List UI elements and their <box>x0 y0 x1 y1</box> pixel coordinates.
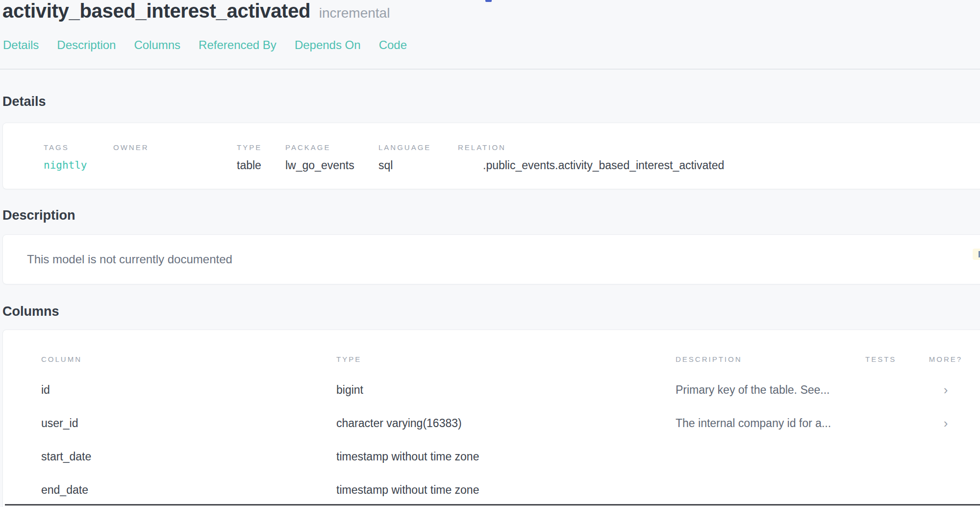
column-header-description: DESCRIPTION <box>676 355 742 364</box>
description-card: This model is not currently documented <box>2 234 980 284</box>
detail-field-tags: TAGS nightly <box>44 144 113 189</box>
cell-column-type: character varying(16383) <box>336 416 462 431</box>
tab-referenced-by[interactable]: Referenced By <box>199 38 276 52</box>
detail-field-relation: RELATION .public_events.activity_based_i… <box>458 144 980 189</box>
materialization-badge: incremental <box>319 5 390 21</box>
column-header-type: TYPE <box>336 355 361 364</box>
detail-field-language: LANGUAGE sql <box>378 144 458 189</box>
detail-value-type: table <box>237 158 285 172</box>
detail-label-type: TYPE <box>237 144 285 152</box>
cell-column-type: timestamp without time zone <box>336 449 479 464</box>
detail-value-relation: .public_events.activity_based_interest_a… <box>458 158 980 172</box>
column-header-more: MORE? <box>927 355 965 364</box>
column-header-tests: TESTS <box>865 355 896 364</box>
page-title: activity_based_interest_activated <box>2 0 310 22</box>
viewport-bottom-edge <box>5 504 980 506</box>
column-header-column: COLUMN <box>41 355 82 364</box>
expand-row-chevron-icon[interactable]: › <box>927 416 965 431</box>
detail-field-package: PACKAGE lw_go_events <box>285 144 378 189</box>
tab-bar: Details Description Columns Referenced B… <box>3 38 407 52</box>
tab-bar-divider <box>0 69 980 70</box>
expand-row-chevron-icon[interactable]: › <box>927 382 965 397</box>
cell-column-description: The internal company id for a... <box>676 416 831 431</box>
description-body: This model is not currently documented <box>27 253 232 266</box>
cell-column-name: start_date <box>41 449 91 464</box>
tab-columns[interactable]: Columns <box>134 38 180 52</box>
table-row[interactable]: user_id character varying(16383) The int… <box>3 416 980 432</box>
detail-value-language: sql <box>378 158 458 172</box>
tag-link-nightly[interactable]: nightly <box>44 158 113 172</box>
cell-column-name: id <box>41 382 50 397</box>
columns-table-header: COLUMN TYPE DESCRIPTION TESTS MORE? <box>3 352 980 369</box>
cell-column-description: Primary key of the table. See... <box>676 382 829 397</box>
tab-code[interactable]: Code <box>379 38 407 52</box>
cell-column-name: end_date <box>41 482 88 497</box>
tab-depends-on[interactable]: Depends On <box>295 38 361 52</box>
section-heading-description: Description <box>2 208 75 223</box>
tab-details[interactable]: Details <box>3 38 39 52</box>
detail-value-package: lw_go_events <box>285 158 378 172</box>
tab-description[interactable]: Description <box>57 38 116 52</box>
detail-field-type: TYPE table <box>237 144 285 189</box>
detail-label-relation: RELATION <box>458 144 980 152</box>
table-row[interactable]: id bigint Primary key of the table. See.… <box>3 382 980 399</box>
details-card: TAGS nightly OWNER TYPE table PACKAGE lw… <box>2 123 980 189</box>
detail-label-language: LANGUAGE <box>378 144 458 152</box>
table-row[interactable]: end_date timestamp without time zone <box>3 482 980 499</box>
clipped-link-fragment <box>485 0 492 2</box>
detail-label-owner: OWNER <box>113 144 237 152</box>
cell-column-type: bigint <box>336 382 363 397</box>
columns-card: COLUMN TYPE DESCRIPTION TESTS MORE? id b… <box>2 330 980 507</box>
detail-field-owner: OWNER <box>113 144 237 189</box>
detail-label-tags: TAGS <box>44 144 113 152</box>
page-header: activity_based_interest_activated increm… <box>2 0 390 22</box>
cell-column-type: timestamp without time zone <box>336 482 479 497</box>
section-heading-columns: Columns <box>2 304 59 319</box>
section-heading-details: Details <box>2 94 46 109</box>
table-row[interactable]: start_date timestamp without time zone <box>3 449 980 466</box>
cell-column-name: user_id <box>41 416 78 431</box>
detail-label-package: PACKAGE <box>285 144 378 152</box>
